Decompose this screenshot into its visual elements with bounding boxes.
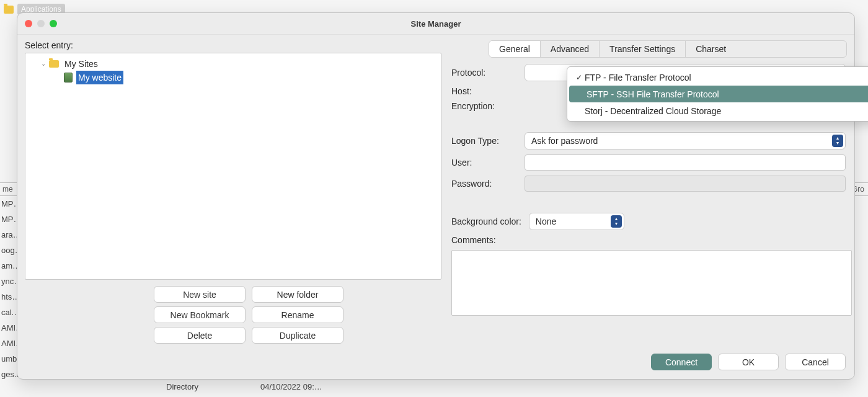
tab-transfer-settings[interactable]: Transfer Settings	[600, 41, 686, 57]
chevron-down-icon[interactable]: ⌄	[39, 58, 48, 70]
bg-color-select[interactable]: None ▴▾	[529, 213, 624, 230]
new-site-button[interactable]: New site	[154, 286, 246, 303]
titlebar: Site Manager	[17, 13, 854, 35]
dropdown-option[interactable]: ✓FTP - File Transfer Protocol	[567, 69, 868, 86]
host-label: Host:	[451, 86, 520, 96]
folder-icon	[49, 60, 59, 68]
delete-button[interactable]: Delete	[154, 327, 246, 344]
logon-type-label: Logon Type:	[451, 136, 520, 146]
logon-type-select[interactable]: Ask for password ▴▾	[525, 132, 846, 149]
password-input	[525, 176, 846, 192]
traffic-lights	[25, 20, 57, 27]
connect-button[interactable]: Connect	[651, 354, 712, 370]
dialog-actions: Connect OK Cancel	[651, 354, 846, 370]
comments-label: Comments:	[451, 235, 846, 245]
ok-button[interactable]: OK	[718, 354, 779, 370]
dropdown-option[interactable]: SFTP - SSH File Transfer Protocol	[569, 86, 868, 102]
password-label: Password:	[451, 179, 520, 189]
tab-bar: General Advanced Transfer Settings Chars…	[489, 40, 847, 58]
protocol-label: Protocol:	[451, 68, 520, 78]
bg-color-row: Background color: None ▴▾	[451, 213, 846, 230]
encryption-label: Encryption:	[451, 101, 520, 111]
site-manager-window: Site Manager Select entry: ⌄ My Sites My…	[17, 12, 855, 380]
close-icon[interactable]	[25, 20, 32, 27]
tree-site-label: My website	[76, 71, 123, 84]
stepper-icon[interactable]: ▴▾	[611, 215, 622, 228]
tree-root[interactable]: ⌄ My Sites	[28, 57, 438, 71]
rename-button[interactable]: Rename	[252, 306, 343, 323]
tab-advanced[interactable]: Advanced	[541, 41, 600, 57]
user-label: User:	[451, 158, 520, 167]
tree-site[interactable]: My website	[28, 71, 438, 84]
bg-color-value: None	[536, 216, 556, 226]
background-type: Directory	[166, 382, 198, 391]
duplicate-button[interactable]: Duplicate	[252, 327, 343, 344]
minimize-icon	[37, 20, 45, 27]
dropdown-option-label: SFTP - SSH File Transfer Protocol	[587, 89, 719, 99]
zoom-icon[interactable]	[50, 20, 57, 27]
dropdown-option[interactable]: Storj - Decentralized Cloud Storage	[567, 102, 868, 119]
tree-root-label: My Sites	[63, 57, 100, 71]
new-bookmark-button[interactable]: New Bookmark	[154, 306, 246, 323]
dropdown-option-label: Storj - Decentralized Cloud Storage	[585, 106, 721, 116]
background-date: 04/10/2022 09:…	[260, 382, 322, 391]
logon-type-value: Ask for password	[531, 136, 598, 146]
tab-general[interactable]: General	[489, 41, 541, 57]
window-title: Site Manager	[17, 19, 854, 29]
bg-color-label: Background color:	[451, 216, 521, 226]
dropdown-option-label: FTP - File Transfer Protocol	[585, 73, 691, 83]
cancel-button[interactable]: Cancel	[785, 354, 846, 370]
server-icon	[64, 73, 73, 83]
folder-icon	[4, 6, 14, 14]
site-buttons: New site New folder New Bookmark Rename …	[25, 286, 441, 344]
user-input[interactable]	[525, 154, 846, 171]
comments-input[interactable]	[451, 250, 852, 316]
tab-charset[interactable]: Charset	[686, 41, 736, 57]
protocol-dropdown[interactable]: ✓FTP - File Transfer ProtocolSFTP - SSH …	[567, 66, 868, 122]
new-folder-button[interactable]: New folder	[252, 286, 343, 303]
stepper-icon[interactable]: ▴▾	[832, 135, 843, 147]
site-tree[interactable]: ⌄ My Sites My website	[25, 53, 441, 280]
check-icon: ✓	[574, 73, 585, 82]
select-entry-label: Select entry:	[25, 40, 441, 50]
